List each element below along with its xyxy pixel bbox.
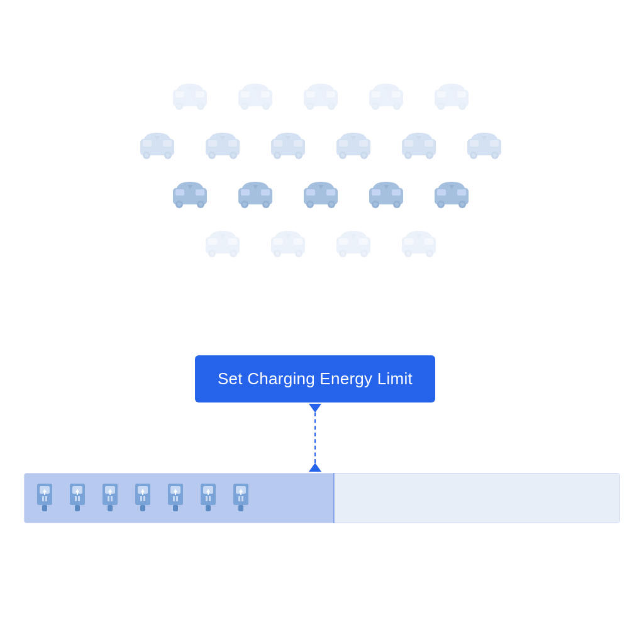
svg-point-124	[275, 252, 279, 255]
svg-point-89	[243, 203, 247, 206]
svg-rect-37	[163, 140, 172, 147]
car-icon	[296, 174, 346, 211]
bar-indicator-line	[333, 473, 335, 523]
car-icon	[426, 75, 477, 113]
svg-rect-78	[175, 189, 184, 196]
svg-rect-57	[339, 140, 348, 147]
car-icon	[394, 125, 444, 162]
car-icon	[328, 223, 379, 260]
arrow-up-icon	[309, 463, 321, 472]
svg-point-68	[406, 153, 410, 157]
svg-point-139	[428, 252, 431, 255]
svg-rect-144	[42, 505, 47, 511]
charger-bar[interactable]	[24, 473, 620, 523]
svg-point-62	[362, 153, 366, 157]
svg-rect-44	[228, 140, 237, 147]
svg-point-5	[177, 104, 181, 108]
svg-point-76	[493, 153, 497, 157]
svg-rect-113	[208, 238, 217, 245]
svg-rect-23	[392, 91, 401, 97]
svg-rect-158	[143, 496, 145, 501]
svg-point-82	[177, 203, 181, 206]
svg-point-111	[460, 203, 464, 206]
charger-icon	[194, 480, 222, 516]
svg-rect-29	[437, 91, 446, 97]
car-row-4	[197, 223, 444, 260]
svg-rect-50	[274, 140, 282, 147]
svg-rect-43	[208, 140, 217, 147]
car-icon	[361, 174, 411, 211]
svg-rect-86	[261, 189, 270, 196]
charger-icon	[129, 480, 157, 516]
svg-point-55	[297, 153, 301, 157]
car-icon	[230, 174, 280, 211]
svg-rect-99	[372, 189, 380, 196]
svg-point-117	[210, 252, 214, 255]
svg-point-47	[210, 153, 214, 157]
svg-rect-1	[175, 91, 184, 97]
svg-point-118	[231, 252, 235, 255]
svg-point-48	[231, 153, 235, 157]
svg-rect-106	[437, 189, 446, 196]
svg-rect-149	[75, 505, 80, 511]
charger-bar-filled	[25, 474, 334, 523]
svg-point-26	[374, 104, 377, 108]
svg-point-125	[297, 252, 301, 255]
arrow-down-icon	[309, 404, 321, 413]
svg-point-96	[308, 203, 312, 206]
svg-rect-164	[173, 505, 178, 511]
dashed-line	[314, 413, 316, 463]
svg-rect-79	[196, 189, 204, 196]
car-icon	[296, 75, 346, 113]
charging-energy-limit-tooltip[interactable]: Set Charging Energy Limit	[195, 355, 435, 402]
svg-rect-58	[359, 140, 368, 147]
svg-rect-8	[241, 91, 250, 97]
svg-point-12	[243, 104, 247, 108]
svg-rect-163	[176, 496, 178, 501]
svg-point-131	[341, 252, 345, 255]
svg-rect-169	[206, 505, 211, 511]
svg-rect-72	[490, 140, 499, 147]
svg-rect-127	[339, 238, 348, 245]
svg-rect-174	[238, 505, 243, 511]
svg-point-13	[264, 104, 268, 108]
svg-point-61	[341, 153, 345, 157]
svg-point-132	[362, 252, 366, 255]
svg-rect-114	[228, 238, 237, 245]
car-icon	[230, 75, 280, 113]
svg-rect-36	[143, 140, 152, 147]
svg-rect-172	[238, 496, 240, 501]
car-icon	[197, 125, 248, 162]
svg-point-41	[166, 153, 170, 157]
car-grid	[75, 75, 566, 260]
car-row-3	[165, 174, 477, 211]
car-icon	[459, 125, 509, 162]
svg-rect-15	[306, 91, 315, 97]
svg-rect-85	[241, 189, 250, 196]
svg-point-103	[374, 203, 377, 206]
svg-rect-121	[294, 238, 303, 245]
svg-rect-157	[140, 496, 142, 501]
svg-point-27	[395, 104, 399, 108]
svg-rect-135	[425, 238, 433, 245]
svg-rect-9	[261, 91, 270, 97]
car-row-2	[132, 125, 509, 162]
charger-icon	[31, 480, 58, 516]
svg-rect-71	[470, 140, 479, 147]
car-icon	[328, 125, 379, 162]
svg-point-40	[145, 153, 148, 157]
car-icon	[132, 125, 182, 162]
svg-rect-162	[173, 496, 175, 501]
car-icon	[165, 75, 215, 113]
svg-rect-100	[392, 189, 401, 196]
svg-point-138	[406, 252, 410, 255]
svg-rect-51	[294, 140, 303, 147]
svg-rect-65	[425, 140, 433, 147]
svg-point-19	[308, 104, 312, 108]
svg-rect-93	[326, 189, 335, 196]
svg-rect-134	[404, 238, 413, 245]
car-icon	[263, 125, 313, 162]
charger-icon	[162, 480, 189, 516]
svg-rect-148	[78, 496, 80, 501]
car-icon	[165, 174, 215, 211]
